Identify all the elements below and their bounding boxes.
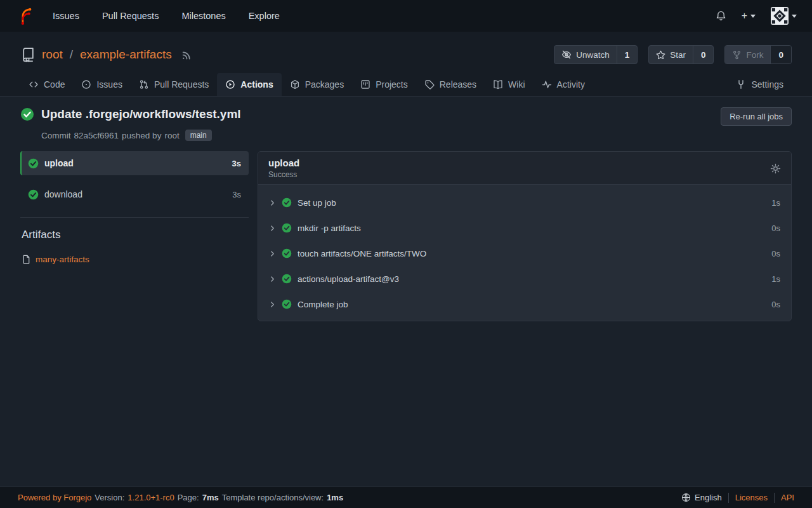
success-check-icon xyxy=(282,197,292,208)
success-check-icon xyxy=(28,158,39,169)
tab-code[interactable]: Code xyxy=(20,73,73,96)
rerun-all-jobs-button[interactable]: Re-run all jobs xyxy=(721,107,792,126)
file-icon xyxy=(22,255,31,264)
tab-packages[interactable]: Packages xyxy=(282,73,352,96)
repo-owner-link[interactable]: root xyxy=(42,48,63,62)
page-time: 7ms xyxy=(202,493,219,502)
pull-request-icon xyxy=(139,79,149,90)
tab-settings[interactable]: Settings xyxy=(728,73,792,96)
create-new-button[interactable]: + xyxy=(742,10,756,22)
success-check-icon xyxy=(20,107,34,121)
commit-label: Commit xyxy=(41,131,71,140)
step-name: mkdir -p artifacts xyxy=(298,224,361,233)
repo-name-link[interactable]: example-artifacts xyxy=(80,48,172,62)
rss-icon[interactable] xyxy=(181,50,192,60)
user-menu-button[interactable] xyxy=(771,7,797,25)
wrench-icon xyxy=(736,79,746,90)
step-duration: 0s xyxy=(771,224,780,233)
watchers-count[interactable]: 1 xyxy=(617,46,638,64)
chevron-right-icon xyxy=(269,301,276,308)
success-check-icon xyxy=(282,299,292,309)
navbar-item-milestones[interactable]: Milestones xyxy=(181,11,225,21)
tab-activity[interactable]: Activity xyxy=(534,73,593,96)
job-name: upload xyxy=(44,158,74,168)
globe-icon xyxy=(681,493,691,502)
gear-icon xyxy=(770,163,781,174)
job-item-upload[interactable]: upload 3s xyxy=(20,151,249,175)
template-label: Template repo/actions/view: xyxy=(222,493,324,502)
footer-left: Powered by Forgejo Version: 1.21.0+1-rc0… xyxy=(18,493,343,502)
navbar-item-issues[interactable]: Issues xyxy=(53,11,79,21)
tab-projects[interactable]: Projects xyxy=(352,73,416,96)
fork-icon xyxy=(732,50,742,60)
step-row-complete-job[interactable]: Complete job 0s xyxy=(258,291,791,317)
job-detail-header: upload Success xyxy=(258,152,791,185)
step-name: actions/upload-artifact@v3 xyxy=(298,274,399,284)
unwatch-button[interactable]: Unwatch xyxy=(554,46,617,64)
navbar-links: Issues Pull Requests Milestones Explore xyxy=(53,11,280,21)
pushed-by-label: pushed by xyxy=(122,131,161,140)
powered-by-link[interactable]: Powered by Forgejo xyxy=(18,493,91,502)
star-button-group: Star 0 xyxy=(648,45,714,64)
chevron-down-icon xyxy=(792,15,797,18)
run-header: Update .forgejo/workflows/test.yml Re-ru… xyxy=(20,107,792,126)
step-row-set-up-job[interactable]: Set up job 1s xyxy=(258,190,791,215)
branch-badge[interactable]: main xyxy=(185,130,212,141)
navbar-item-explore[interactable]: Explore xyxy=(249,11,280,21)
job-name: download xyxy=(44,189,82,199)
star-button[interactable]: Star xyxy=(649,46,693,64)
step-duration: 1s xyxy=(771,274,780,284)
step-duration: 0s xyxy=(771,300,780,309)
star-icon xyxy=(656,50,665,60)
run-commit-title: Update .forgejo/workflows/test.yml xyxy=(41,107,241,121)
fork-button: Fork xyxy=(725,46,770,64)
tab-issues[interactable]: Issues xyxy=(73,73,130,96)
page-label: Page: xyxy=(178,493,199,502)
api-link[interactable]: API xyxy=(781,493,794,502)
step-duration: 1s xyxy=(771,198,780,208)
navbar-right: + xyxy=(716,7,797,25)
job-options-button[interactable] xyxy=(770,163,781,174)
unwatch-label: Unwatch xyxy=(576,50,610,60)
step-name: Complete job xyxy=(298,300,348,309)
step-row-mkdir[interactable]: mkdir -p artifacts 0s xyxy=(258,215,791,241)
notifications-button[interactable] xyxy=(716,10,726,22)
template-time: 1ms xyxy=(327,493,343,502)
commit-line: Commit 82a5cf6961 pushed by root main xyxy=(41,130,792,141)
issue-icon xyxy=(81,79,91,90)
licenses-link[interactable]: Licenses xyxy=(735,493,768,502)
success-check-icon xyxy=(282,223,292,233)
step-row-upload-artifact-action[interactable]: actions/upload-artifact@v3 1s xyxy=(258,266,791,291)
tab-releases[interactable]: Releases xyxy=(416,73,485,96)
step-row-touch-artifacts[interactable]: touch artifacts/ONE artifacts/TWO 0s xyxy=(258,241,791,266)
success-check-icon xyxy=(28,189,39,200)
job-item-download[interactable]: download 3s xyxy=(20,182,249,206)
artifacts-heading: Artifacts xyxy=(22,229,249,241)
artifact-link-many-artifacts[interactable]: many-artifacts xyxy=(22,255,249,264)
tab-pull-requests[interactable]: Pull Requests xyxy=(131,73,217,96)
sidebar-divider xyxy=(20,217,249,218)
footer-divider xyxy=(728,493,729,503)
tab-wiki[interactable]: Wiki xyxy=(485,73,533,96)
job-duration: 3s xyxy=(232,159,241,168)
version-link[interactable]: 1.21.0+1-rc0 xyxy=(128,493,174,502)
tab-actions[interactable]: Actions xyxy=(217,73,281,96)
code-icon xyxy=(29,79,39,90)
forks-count[interactable]: 0 xyxy=(770,46,791,64)
job-detail-status: Success xyxy=(268,170,299,179)
pusher-name[interactable]: root xyxy=(164,131,179,140)
stars-count[interactable]: 0 xyxy=(693,46,714,64)
navbar-item-pull-requests[interactable]: Pull Requests xyxy=(102,11,159,21)
chevron-right-icon xyxy=(269,199,276,206)
fork-button-group: Fork 0 xyxy=(724,45,792,64)
repo-title-row: root / example-artifacts xyxy=(20,42,792,67)
forgejo-logo-icon[interactable] xyxy=(18,8,35,25)
footer-divider xyxy=(774,493,775,503)
language-menu[interactable]: English xyxy=(681,493,722,502)
repo-icon xyxy=(20,47,36,63)
success-check-icon xyxy=(282,248,292,258)
chevron-right-icon xyxy=(269,250,276,257)
commit-sha[interactable]: 82a5cf6961 xyxy=(74,131,119,140)
fork-label: Fork xyxy=(746,50,763,60)
repo-header: root / example-artifacts xyxy=(0,32,812,97)
